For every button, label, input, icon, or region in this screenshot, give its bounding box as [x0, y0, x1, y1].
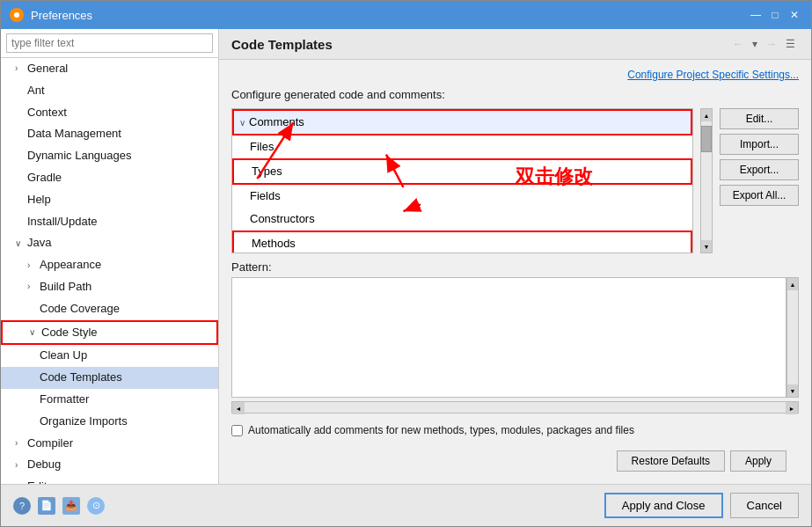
tree-item-install-update[interactable]: Install/Update	[1, 211, 218, 233]
configure-label: Configure generated code and comments:	[231, 88, 799, 101]
tree-item-context[interactable]: Context	[1, 102, 218, 124]
pattern-scrollbar[interactable]: ▲ ▼	[786, 277, 799, 398]
expand-arrow: ›	[27, 259, 36, 273]
title-bar: Preferences — □ ✕	[1, 1, 811, 29]
code-tree[interactable]: ∨ Comments Files Types Fields	[231, 108, 693, 253]
code-tree-item-constructors[interactable]: Constructors	[232, 208, 692, 231]
pattern-area-wrap: ▲ ▼	[231, 277, 799, 398]
pattern-textarea[interactable]	[231, 277, 786, 398]
tree-item-help[interactable]: Help	[1, 189, 218, 211]
tree-item-build-path[interactable]: › Build Path	[1, 276, 218, 298]
pattern-scroll-up[interactable]: ▲	[787, 278, 798, 290]
code-tree-item-files[interactable]: Files	[232, 135, 692, 158]
export-button[interactable]: Export...	[720, 159, 799, 180]
scrollbar-track2	[787, 290, 798, 384]
tree-item-dynamic-languages[interactable]: Dynamic Languages	[1, 145, 218, 167]
tree-item-clean-up[interactable]: Clean Up	[1, 345, 218, 367]
apply-button[interactable]: Apply	[730, 450, 786, 472]
code-tree-item-fields[interactable]: Fields	[232, 185, 692, 208]
import-button[interactable]: Import...	[720, 134, 799, 155]
tree-item-java[interactable]: ∨ Java	[1, 232, 218, 254]
pattern-hscrollbar[interactable]: ◄ ►	[231, 401, 799, 414]
project-settings-link[interactable]: Configure Project Specific Settings...	[231, 69, 799, 81]
tree-label: Organize Imports	[40, 413, 128, 431]
tree-label: Help	[27, 191, 51, 209]
pattern-section: Pattern: ▲ ▼ ◄ ►	[231, 260, 799, 414]
tree-label: Clean Up	[40, 347, 87, 365]
export-icon[interactable]: 📤	[62, 497, 80, 515]
export-all-button[interactable]: Export All...	[720, 185, 799, 206]
tree-item-data-management[interactable]: Data Management	[1, 123, 218, 145]
tree-label: Code Coverage	[40, 300, 120, 318]
nav-back-button[interactable]: ←	[729, 36, 747, 52]
code-tree-label: Fields	[250, 187, 281, 206]
action-buttons: Edit... Import... Export... Export All..…	[720, 108, 799, 253]
pattern-scroll-down[interactable]: ▼	[787, 384, 798, 397]
h-scroll-left[interactable]: ◄	[232, 402, 245, 414]
right-panel-title: Code Templates	[231, 37, 333, 52]
help-icon[interactable]: ?	[13, 497, 31, 515]
scroll-up-button[interactable]: ▲	[701, 109, 712, 121]
expand-arrow: ›	[15, 62, 24, 76]
tree-item-gradle[interactable]: Gradle	[1, 167, 218, 189]
code-tree-item-types[interactable]: Types	[232, 158, 692, 185]
main-content: › General Ant Context Data Management Dy…	[1, 29, 811, 484]
code-tree-label: Types	[252, 162, 282, 181]
tree-item-ant[interactable]: Ant	[1, 80, 218, 102]
right-header: Code Templates ← ▾ → ☰	[219, 29, 811, 60]
tree-item-code-style[interactable]: ∨ Code Templates Code Style	[1, 320, 218, 346]
close-button[interactable]: ✕	[786, 7, 802, 23]
maximize-button[interactable]: □	[767, 7, 783, 23]
tree-item-formatter[interactable]: Formatter	[1, 389, 218, 411]
svg-point-1	[14, 12, 19, 18]
expand-arrow: ›	[27, 280, 36, 294]
nav-dropdown-button[interactable]: ▾	[749, 36, 761, 52]
scroll-down-button[interactable]: ▼	[701, 240, 712, 253]
tree-label: Java	[27, 234, 51, 253]
cancel-button[interactable]: Cancel	[730, 493, 799, 518]
h-scroll-track	[245, 402, 786, 413]
tree-item-debug[interactable]: › Debug	[1, 454, 218, 476]
tree-label: Ant	[27, 82, 45, 100]
restore-defaults-button[interactable]: Restore Defaults	[617, 450, 725, 472]
tree-item-organize-imports[interactable]: Organize Imports	[1, 411, 218, 433]
h-scroll-right[interactable]: ►	[786, 402, 798, 414]
window-title: Preferences	[31, 9, 92, 22]
tree-label: Appearance	[40, 256, 101, 274]
expand-arrow: ›	[15, 436, 24, 450]
tree-label: Gradle	[27, 169, 62, 187]
tree-item-editor[interactable]: › Editor	[1, 476, 218, 484]
apply-and-close-button[interactable]: Apply and Close	[604, 493, 723, 518]
scrollbar-handle	[701, 126, 712, 152]
code-tree-label: Files	[250, 137, 274, 157]
code-tree-item-methods[interactable]: Methods	[232, 231, 692, 253]
auto-comments-checkbox[interactable]	[231, 425, 243, 436]
footer-left: ? 📄 📤 ⊙	[13, 497, 105, 515]
tree-scroll[interactable]: › General Ant Context Data Management Dy…	[1, 58, 218, 484]
tree-label: Data Management	[27, 125, 121, 143]
edit-button[interactable]: Edit...	[720, 108, 799, 129]
tree-item-general[interactable]: › General	[1, 58, 218, 80]
nav-menu-button[interactable]: ☰	[782, 36, 799, 52]
tree-label: Code Style	[41, 324, 98, 342]
nav-forward-button[interactable]: →	[763, 36, 780, 52]
code-tree-scrollbar[interactable]: ▲ ▼	[700, 108, 713, 253]
tree-item-code-coverage[interactable]: Code Coverage	[1, 298, 218, 320]
circle-icon[interactable]: ⊙	[87, 497, 105, 515]
right-body: Configure Project Specific Settings... C…	[219, 60, 811, 484]
tree-label: Install/Update	[27, 213, 98, 231]
filter-wrap	[1, 29, 218, 58]
doc-icon[interactable]: 📄	[38, 497, 55, 515]
filter-input[interactable]	[6, 33, 213, 53]
tree-item-appearance[interactable]: › Appearance	[1, 254, 218, 276]
minimize-button[interactable]: —	[748, 7, 764, 23]
dialog-footer: ? 📄 📤 ⊙ Apply and Close Cancel	[1, 484, 811, 526]
tree-item-code-templates[interactable]: Code Templates	[1, 367, 218, 389]
expand-arrow: ›	[15, 458, 24, 472]
code-tree-item-comments[interactable]: ∨ Comments	[232, 109, 692, 135]
tree-label: Build Path	[40, 278, 91, 296]
tree-label: Debug	[27, 456, 61, 474]
tree-item-compiler[interactable]: › Compiler	[1, 433, 218, 455]
footer-right: Apply and Close Cancel	[604, 493, 799, 518]
code-tree-label: Methods	[252, 234, 296, 253]
